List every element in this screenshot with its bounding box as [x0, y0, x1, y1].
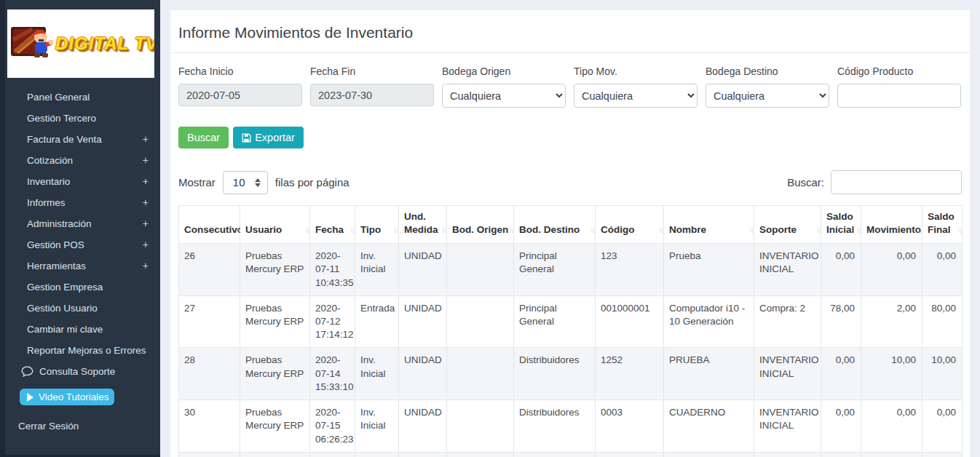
spinner-arrows-icon — [255, 178, 261, 187]
column-label: Fecha — [315, 224, 344, 235]
column-header-saldo-final[interactable]: Saldo Final↑↓ — [922, 206, 963, 244]
column-header-consecutivo[interactable]: Consecutivo↑↓ — [179, 206, 240, 244]
logo[interactable]: DIGITAL TV — [7, 9, 154, 78]
cell-fecha: 2020-07-12 17:14:12 — [310, 295, 355, 348]
cell-bod-origen: Distribuidores — [447, 452, 514, 457]
sort-icon: ↑↓ — [856, 226, 861, 235]
sidebar-item-cerrar-sesion[interactable]: Cerrar Sesión — [5, 416, 160, 437]
sidebar: DIGITAL TV Panel GeneralGestión TerceroF… — [0, 0, 160, 457]
buscar-button-label: Buscar — [187, 132, 220, 143]
sidebar-item-informes[interactable]: Informes+ — [5, 192, 160, 213]
cell-und-medida: UNIDAD — [399, 400, 447, 453]
play-icon — [27, 393, 33, 402]
filter-fecha-inicio: Fecha Inicio — [178, 65, 302, 108]
table-search-label: Buscar: — [787, 176, 824, 188]
column-label: Usuario — [245, 224, 282, 235]
expand-plus-icon: + — [143, 234, 149, 255]
column-header-fecha[interactable]: Fecha↑↓ — [310, 206, 355, 244]
sort-icon: ↑↓ — [816, 226, 821, 235]
filter-bodega-origen: Bodega OrigenCualquiera — [442, 65, 566, 108]
sidebar-item-herramientas[interactable]: Herramientas+ — [5, 255, 160, 277]
filter-input-codigo-producto[interactable] — [837, 84, 961, 108]
sidebar-item-label: Informes — [27, 197, 66, 208]
cell-nombre: Prueba — [664, 244, 754, 296]
sidebar-item-label: Panel General — [27, 92, 90, 103]
filter-input-fecha-inicio[interactable] — [178, 84, 302, 106]
column-label: Bod. Origen — [452, 224, 508, 235]
filter-codigo-producto: Código Producto — [837, 65, 961, 108]
column-header-saldo-inicial[interactable]: Saldo Inicial↑↓ — [821, 206, 861, 244]
filter-input-fecha-fin[interactable] — [310, 84, 434, 106]
page-title: Informe Movimientos de Inventario — [178, 10, 962, 52]
column-header-tipo[interactable]: Tipo↑↓ — [355, 206, 399, 244]
expand-plus-icon: + — [143, 171, 149, 192]
sidebar-item-video-tutoriales[interactable]: Video Tutoriales — [20, 389, 114, 405]
exportar-button-label: Exportar — [255, 132, 295, 143]
filter-input-bodega-destino[interactable]: Cualquiera — [706, 84, 829, 108]
cell-saldo-final: 80,00 — [922, 295, 963, 348]
column-header-bod-origen[interactable]: Bod. Origen↑↓ — [447, 206, 514, 244]
cell-bod-origen — [447, 348, 514, 400]
sidebar-item-inventario[interactable]: Inventario+ — [5, 171, 160, 192]
column-header-nombre[interactable]: Nombre↑↓ — [664, 206, 754, 244]
sidebar-item-gestion-usuario[interactable]: Gestión Usuario — [5, 298, 160, 319]
column-label: Soporte — [759, 224, 797, 235]
cell-saldo-final: 0,00 — [922, 400, 963, 453]
cell-bod-destino: Distribuidores — [514, 400, 596, 453]
cell-und-medida: UNIDAD — [399, 348, 447, 400]
sidebar-item-label: Herramientas — [27, 261, 86, 271]
sidebar-item-gestion-pos[interactable]: Gestión POS+ — [5, 234, 160, 255]
cell-codigo: 1252 — [596, 348, 664, 400]
cell-und-medida: UNIDAD — [399, 244, 447, 296]
cell-tipo: Inv. Inicial — [355, 400, 399, 453]
column-header-movimiento[interactable]: Movimiento↑↓ — [861, 206, 922, 244]
cell-consecutivo: 28 — [179, 348, 240, 400]
cell-codigo: 0003 — [596, 400, 664, 453]
sidebar-item-panel-general[interactable]: Panel General — [5, 87, 160, 108]
filter-label-bodega-origen: Bodega Origen — [442, 65, 566, 77]
column-label: Tipo — [360, 224, 381, 235]
table-row: 31Pruebas2020-TrasladoUNIDADDistribuidor… — [179, 452, 963, 457]
table-row: 30Pruebas Mercury ERP2020-07-15 06:26:23… — [179, 400, 963, 453]
buscar-button[interactable]: Buscar — [178, 127, 229, 148]
filter-input-tipo-mov[interactable]: Cualquiera — [574, 84, 698, 108]
sort-icon: ↑↓ — [749, 226, 754, 235]
sidebar-item-label: Gestión POS — [27, 239, 84, 250]
exportar-button[interactable]: Exportar — [233, 127, 304, 148]
column-header-bod-destino[interactable]: Bod. Destino↑↓ — [514, 206, 596, 244]
sidebar-item-factura-de-venta[interactable]: Factura de Venta+ — [5, 129, 160, 150]
filter-label-tipo-mov: Tipo Mov. — [574, 65, 698, 77]
logo-text: DIGITAL TV — [55, 33, 154, 54]
sort-icon: ↑↓ — [305, 226, 309, 235]
sidebar-item-cotizacion[interactable]: Cotización+ — [5, 150, 160, 171]
sidebar-item-reportar-mejoras-o-errores[interactable]: Reportar Mejoras o Errores — [5, 340, 160, 361]
sidebar-item-gestion-tercero[interactable]: Gestión Tercero — [5, 108, 160, 129]
sidebar-item-label: Cotización — [27, 155, 73, 166]
sidebar-item-label: Consulta Soporte — [39, 361, 115, 382]
sidebar-item-consulta-soporte[interactable]: Consulta Soporte — [5, 361, 160, 382]
sort-icon: ↑↓ — [659, 226, 663, 235]
cell-usuario: Pruebas Mercury ERP — [240, 348, 310, 400]
report-panel: Informe Movimientos de Inventario Fecha … — [170, 10, 970, 457]
cell-tipo: Inv. Inicial — [355, 348, 399, 400]
column-header-soporte[interactable]: Soporte↑↓ — [754, 206, 821, 244]
cell-soporte: Compra: 2 — [754, 295, 821, 348]
filter-input-bodega-origen[interactable]: Cualquiera — [442, 84, 566, 108]
expand-plus-icon: + — [143, 192, 149, 213]
column-header-codigo[interactable]: Código↑↓ — [596, 206, 664, 244]
column-header-usuario[interactable]: Usuario↑↓ — [240, 206, 310, 244]
page-size-select[interactable]: 10 — [223, 171, 268, 194]
sidebar-item-label: Gestion Empresa — [27, 282, 103, 293]
title-divider — [170, 52, 970, 53]
sidebar-item-gestion-empresa[interactable]: Gestion Empresa — [5, 277, 160, 298]
cell-consecutivo: 31 — [179, 452, 240, 457]
cell-consecutivo: 30 — [179, 400, 240, 453]
cell-codigo: 001000001 — [596, 295, 664, 348]
sidebar-item-administracion[interactable]: Administración+ — [5, 213, 160, 234]
table-body: 26Pruebas Mercury ERP2020-07-11 10:43:35… — [179, 244, 963, 457]
table-search-input[interactable] — [831, 170, 962, 194]
cell-saldo-inicial: 0,00 — [821, 400, 861, 453]
column-header-und-medida[interactable]: Und. Medida↑↓ — [399, 206, 447, 244]
sidebar-item-cambiar-mi-clave[interactable]: Cambiar mi clave — [5, 319, 160, 340]
table-row: 27Pruebas Mercury ERP2020-07-12 17:14:12… — [179, 295, 963, 348]
